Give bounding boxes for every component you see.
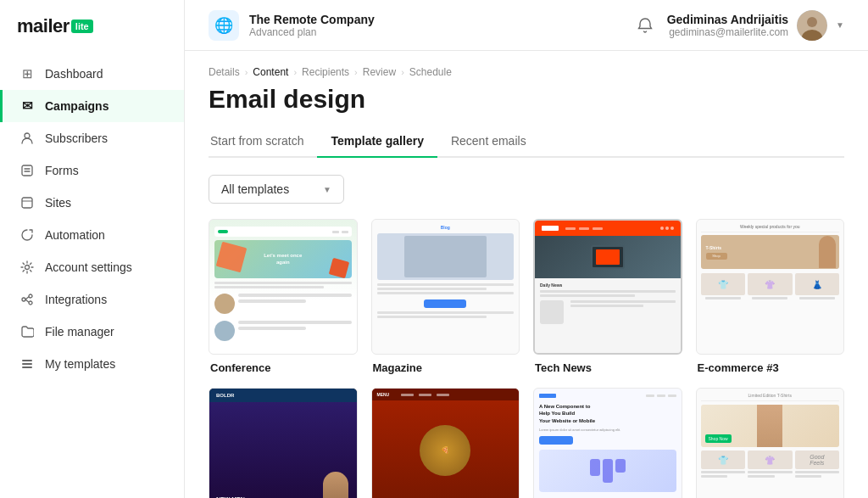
sidebar: mailerlite ⊞ Dashboard ✉ Campaigns Subsc… bbox=[0, 0, 185, 498]
svg-rect-13 bbox=[22, 363, 32, 365]
breadcrumb-recipients[interactable]: Recipients bbox=[302, 66, 349, 78]
sidebar-item-file-manager[interactable]: File manager bbox=[0, 316, 184, 348]
template-name-conference: Conference bbox=[209, 361, 358, 374]
dashboard-icon: ⊞ bbox=[19, 66, 35, 81]
campaigns-icon: ✉ bbox=[19, 98, 35, 114]
sidebar-item-account-settings[interactable]: Account settings bbox=[0, 251, 184, 283]
svg-point-8 bbox=[29, 294, 32, 298]
sidebar-item-integrations[interactable]: Integrations bbox=[0, 283, 184, 316]
company-name: The Remote Company bbox=[249, 13, 375, 26]
breadcrumb-content[interactable]: Content bbox=[253, 66, 288, 78]
sidebar-item-label: Dashboard bbox=[45, 67, 103, 81]
breadcrumb-sep-3: › bbox=[354, 67, 358, 77]
sidebar-item-label: Account settings bbox=[45, 260, 132, 274]
sidebar-item-forms[interactable]: Forms bbox=[0, 154, 184, 187]
template-thumbnail-conference: Let's meet onceagain bbox=[209, 219, 358, 355]
templates-filter: All templates ▼ bbox=[209, 175, 844, 204]
breadcrumb-review[interactable]: Review bbox=[363, 66, 396, 78]
template-card-magazine[interactable]: Blog bbox=[371, 219, 520, 374]
topbar-right: Gediminas Andrijaitis gediminas@mailerli… bbox=[637, 10, 844, 41]
breadcrumb-schedule[interactable]: Schedule bbox=[409, 66, 452, 78]
sidebar-item-automation[interactable]: Automation bbox=[0, 219, 184, 251]
user-details: Gediminas Andrijaitis gediminas@mailerli… bbox=[667, 13, 788, 38]
template-thumbnail-saas: A New Component toHelp You BuildYour Web… bbox=[533, 388, 682, 498]
sidebar-item-sites[interactable]: Sites bbox=[0, 187, 184, 219]
sidebar-item-label: Integrations bbox=[45, 293, 107, 306]
sidebar-logo: mailerlite bbox=[0, 0, 184, 51]
template-thumbnail-tech-news: Daily News bbox=[533, 219, 682, 355]
sidebar-item-my-templates[interactable]: My templates bbox=[0, 348, 184, 380]
svg-rect-12 bbox=[22, 360, 32, 361]
company-plan: Advanced plan bbox=[249, 26, 375, 38]
svg-rect-14 bbox=[22, 367, 32, 368]
template-card-fashion[interactable]: Limited Edition T-Shirts Shop Now 👕 bbox=[696, 388, 845, 498]
filter-label: All templates bbox=[221, 182, 289, 196]
my-templates-icon bbox=[19, 356, 35, 372]
svg-point-6 bbox=[25, 266, 30, 270]
account-settings-icon bbox=[19, 260, 35, 275]
template-name-magazine: Magazine bbox=[371, 361, 520, 374]
breadcrumb: Details › Content › Recipients › Review … bbox=[209, 66, 844, 78]
sidebar-item-subscribers[interactable]: Subscribers bbox=[0, 122, 184, 154]
sidebar-item-label: Sites bbox=[45, 196, 71, 210]
template-thumbnail-magazine: Blog bbox=[371, 219, 520, 355]
avatar bbox=[797, 10, 827, 41]
main-content: 🌐 The Remote Company Advanced plan Gedim… bbox=[185, 0, 868, 498]
sidebar-item-dashboard[interactable]: ⊞ Dashboard bbox=[0, 58, 184, 90]
template-card-saas[interactable]: A New Component toHelp You BuildYour Web… bbox=[533, 388, 682, 498]
company-info: The Remote Company Advanced plan bbox=[249, 13, 375, 38]
sidebar-nav: ⊞ Dashboard ✉ Campaigns Subscribers Form… bbox=[0, 51, 184, 498]
company-icon: 🌐 bbox=[209, 10, 239, 41]
svg-line-10 bbox=[25, 297, 29, 299]
tab-template-gallery[interactable]: Template gallery bbox=[317, 127, 437, 158]
topbar: 🌐 The Remote Company Advanced plan Gedim… bbox=[185, 0, 868, 51]
sidebar-item-campaigns[interactable]: ✉ Campaigns bbox=[0, 90, 184, 122]
automation-icon bbox=[19, 227, 35, 243]
template-card-ecommerce-3[interactable]: Weekly special products for you T-Shirts… bbox=[696, 219, 845, 374]
sidebar-item-label: File manager bbox=[45, 325, 114, 339]
template-card-fitness[interactable]: BOLDR NEW MENPRODUCTS Shop now Fitness bbox=[209, 388, 358, 498]
chevron-down-icon: ▼ bbox=[836, 20, 844, 30]
logo-lite: lite bbox=[71, 20, 93, 33]
tabs: Start from scratch Template gallery Rece… bbox=[209, 127, 844, 158]
breadcrumb-details[interactable]: Details bbox=[209, 66, 240, 78]
tab-recent-emails[interactable]: Recent emails bbox=[437, 127, 540, 158]
svg-point-7 bbox=[22, 298, 25, 301]
svg-rect-4 bbox=[22, 198, 32, 208]
svg-point-0 bbox=[25, 133, 30, 138]
template-name-tech-news: Tech News bbox=[533, 361, 682, 374]
user-name: Gediminas Andrijaitis bbox=[667, 13, 788, 26]
topbar-left: 🌐 The Remote Company Advanced plan bbox=[209, 10, 375, 41]
template-thumbnail-fitness: BOLDR NEW MENPRODUCTS Shop now bbox=[209, 388, 358, 498]
notifications-button[interactable] bbox=[637, 17, 654, 34]
svg-point-9 bbox=[29, 301, 32, 305]
templates-grid: Let's meet onceagain bbox=[209, 219, 844, 498]
logo-text: mailer bbox=[17, 15, 70, 37]
sidebar-item-label: Forms bbox=[45, 164, 79, 177]
user-info[interactable]: Gediminas Andrijaitis gediminas@mailerli… bbox=[667, 10, 844, 41]
template-card-conference[interactable]: Let's meet onceagain bbox=[209, 219, 358, 374]
page-title: Email design bbox=[209, 85, 844, 114]
file-manager-icon bbox=[19, 324, 35, 339]
template-card-food[interactable]: MENU 🍕 Discover a template bbox=[371, 388, 520, 498]
sidebar-item-label: Subscribers bbox=[45, 131, 108, 145]
template-thumbnail-food: MENU 🍕 Discover a template bbox=[371, 388, 520, 498]
breadcrumb-sep-2: › bbox=[293, 67, 297, 77]
forms-icon bbox=[19, 163, 35, 178]
sites-icon bbox=[19, 195, 35, 210]
svg-line-11 bbox=[25, 299, 29, 302]
template-name-ecommerce-3: E-commerce #3 bbox=[696, 361, 845, 374]
filter-dropdown[interactable]: All templates ▼ bbox=[209, 175, 344, 204]
template-thumbnail-fashion: Limited Edition T-Shirts Shop Now 👕 bbox=[696, 388, 845, 498]
template-card-tech-news[interactable]: Daily News bbox=[533, 219, 682, 374]
sidebar-item-label: Campaigns bbox=[45, 99, 108, 113]
sidebar-item-label: Automation bbox=[45, 228, 105, 242]
user-email: gediminas@mailerlite.com bbox=[667, 26, 788, 38]
tab-start-from-scratch[interactable]: Start from scratch bbox=[209, 127, 317, 158]
template-thumbnail-ecommerce-3: Weekly special products for you T-Shirts… bbox=[696, 219, 845, 355]
breadcrumb-sep-1: › bbox=[245, 67, 248, 77]
subscribers-icon bbox=[19, 131, 35, 146]
content-area: Details › Content › Recipients › Review … bbox=[185, 51, 868, 498]
svg-rect-1 bbox=[22, 165, 32, 176]
breadcrumb-sep-4: › bbox=[401, 67, 404, 77]
